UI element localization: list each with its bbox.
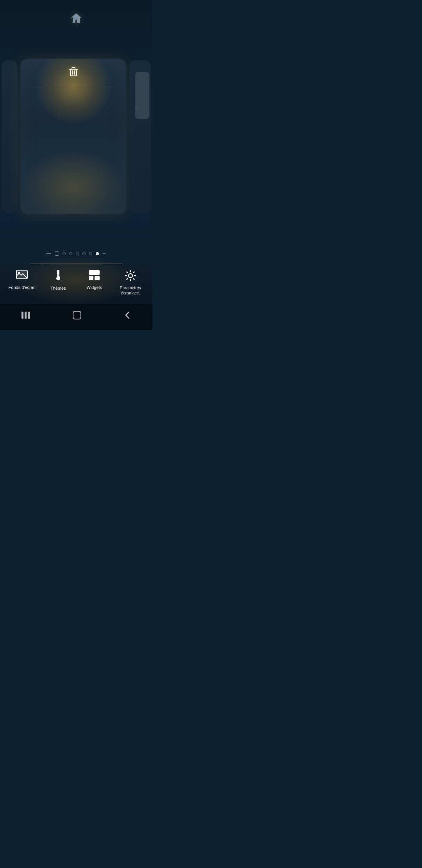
- card-top-area: [20, 59, 126, 85]
- wallpaper-label: Fonds d'écran: [9, 285, 36, 290]
- indicator-circle-2[interactable]: [69, 252, 72, 255]
- toolbar-item-settings[interactable]: Paramètres écran acc.: [113, 270, 149, 296]
- back-button[interactable]: [116, 309, 139, 323]
- toolbar-item-widgets[interactable]: Widgets: [76, 270, 113, 290]
- card-right-inner-item: [135, 72, 149, 119]
- card-bottom-glow: [25, 152, 122, 214]
- svg-rect-4: [57, 270, 59, 277]
- svg-rect-7: [89, 276, 93, 280]
- cards-row: [0, 50, 152, 223]
- home-button[interactable]: [65, 309, 89, 323]
- toolbar-item-wallpaper[interactable]: Fonds d'écran: [4, 270, 40, 290]
- card-right[interactable]: [129, 60, 151, 212]
- svg-point-9: [129, 274, 132, 278]
- svg-rect-10: [21, 312, 23, 319]
- svg-rect-5: [56, 274, 60, 276]
- home-icon: [70, 12, 82, 27]
- indicators-row: +: [46, 251, 106, 257]
- page-indicators: +: [0, 246, 152, 263]
- themes-label: Thèmes: [50, 285, 66, 291]
- indicator-circle-3[interactable]: [76, 252, 79, 255]
- indicator-house[interactable]: [55, 251, 59, 256]
- recent-apps-button[interactable]: [14, 310, 38, 322]
- trash-icon[interactable]: [68, 66, 79, 80]
- svg-rect-0: [70, 69, 77, 76]
- svg-point-3: [18, 272, 20, 274]
- svg-rect-8: [95, 276, 100, 280]
- indicator-add[interactable]: +: [102, 251, 106, 257]
- indicator-circle-4[interactable]: [82, 252, 86, 255]
- indicator-menu[interactable]: [46, 252, 51, 256]
- indicator-circle-5[interactable]: [89, 252, 92, 255]
- indicator-circle-1[interactable]: [63, 252, 66, 255]
- home-icon-area: [0, 0, 152, 31]
- nav-bar: [0, 304, 152, 330]
- svg-rect-12: [28, 312, 30, 319]
- card-divider: [28, 85, 118, 85]
- svg-rect-11: [25, 312, 27, 319]
- widgets-icon: [88, 270, 100, 282]
- settings-icon: [125, 270, 136, 283]
- toolbar-item-themes[interactable]: Thèmes: [40, 270, 77, 291]
- settings-label: Paramètres écran acc.: [120, 285, 141, 296]
- bottom-toolbar: Fonds d'écran Thèmes: [0, 263, 152, 304]
- cards-area: [0, 31, 152, 246]
- themes-icon: [53, 270, 64, 283]
- screen: + Fonds d'écran: [0, 0, 152, 330]
- card-center[interactable]: [20, 59, 126, 214]
- card-left[interactable]: [2, 60, 17, 212]
- svg-rect-6: [89, 270, 100, 275]
- svg-rect-13: [73, 311, 81, 319]
- wallpaper-icon: [16, 270, 28, 282]
- indicator-circle-active[interactable]: [96, 252, 99, 255]
- widgets-label: Widgets: [86, 285, 102, 290]
